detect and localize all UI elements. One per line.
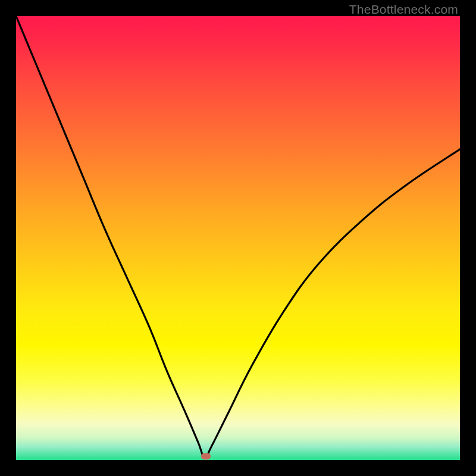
bottleneck-curve (16, 16, 460, 458)
chart-frame: TheBottleneck.com (0, 0, 476, 476)
curve-layer (16, 16, 460, 460)
watermark-text: TheBottleneck.com (349, 2, 458, 17)
min-point-marker (201, 453, 211, 460)
plot-area (16, 16, 460, 460)
